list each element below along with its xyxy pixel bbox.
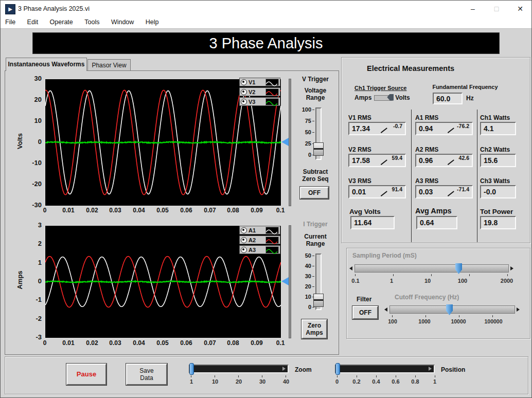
- v2-wave-icon: [265, 88, 279, 96]
- a1-rms-label: A1 RMS: [415, 114, 438, 121]
- volt-trigger-pointer-icon[interactable]: [281, 138, 289, 146]
- amp-xtick: 0.1: [270, 339, 291, 347]
- menu-item-window[interactable]: Window: [107, 17, 138, 28]
- amp-trigger-track[interactable]: [289, 225, 291, 338]
- tab-instantaneous-waveforms[interactable]: Instantaneous Waveforms: [6, 58, 87, 71]
- legend-item-v3[interactable]: V3: [239, 97, 280, 106]
- subtract-zero-seq-button[interactable]: OFF: [300, 187, 329, 199]
- current-range-tick: 50: [299, 252, 311, 259]
- zoom-thumb[interactable]: [189, 363, 194, 375]
- menu-item-help[interactable]: Help: [141, 17, 164, 28]
- zoom-slider[interactable]: [189, 365, 289, 373]
- a3-rms-angle: -71.4: [447, 186, 469, 197]
- pause-button[interactable]: Pause: [66, 364, 107, 385]
- amp-xtick: 0.02: [82, 339, 102, 347]
- cutoff-scale: 100000: [484, 318, 502, 324]
- a2-rms-value: 0.96: [419, 156, 433, 165]
- volt-trigger-track[interactable]: [289, 79, 291, 206]
- filter-off-button[interactable]: OFF: [352, 306, 378, 319]
- tot-power-value: 19.8: [484, 219, 498, 227]
- trigger-source-volts-label[interactable]: Volts: [395, 94, 410, 101]
- subtract-zero-seq-label-1: Subtract: [296, 168, 335, 175]
- a3-radio-icon[interactable]: [241, 247, 247, 253]
- zoom-scale: 40: [283, 378, 289, 385]
- volt-axis-title: Volts: [16, 128, 24, 155]
- avg-amps-value: 0.64: [420, 219, 434, 227]
- volt-xtick: 0.01: [58, 207, 79, 214]
- voltage-range-tick: 100: [299, 106, 311, 113]
- avg-amps-label: Avg Amps: [415, 207, 452, 215]
- current-range-label-2: Range: [296, 240, 335, 247]
- v3-rms-angle: 91.4: [380, 186, 402, 197]
- save-data-button[interactable]: Save Data: [126, 364, 167, 385]
- trigger-source-thumb-icon[interactable]: [387, 94, 394, 101]
- fundamental-frequency-input[interactable]: 60.0: [433, 93, 463, 104]
- minimize-button[interactable]: –: [461, 1, 485, 17]
- save-data-line2: Data: [127, 374, 166, 382]
- v2-rms-angle: 59.4: [380, 155, 402, 166]
- amp-axis-title: Amps: [16, 266, 24, 294]
- zoom-track-arrow-icon: [282, 367, 286, 371]
- a3-rms-label: A3 RMS: [415, 177, 438, 185]
- a3-rms-box: 0.03 -71.4: [415, 185, 473, 198]
- sampling-decrement-icon[interactable]: [349, 266, 352, 270]
- zero-amps-button[interactable]: Zero Amps: [302, 319, 327, 339]
- legend-item-v2[interactable]: V2: [239, 87, 280, 96]
- volt-ytick: 30: [25, 75, 42, 82]
- position-slider[interactable]: [335, 365, 435, 373]
- tot-power-label: Tot Power: [480, 208, 513, 215]
- ch1-watts-box: 4.1: [480, 122, 516, 135]
- ch1-trigger-source-label: Ch1 Trigger Source: [354, 85, 406, 91]
- maximize-button[interactable]: □: [485, 1, 508, 17]
- legend-item-a1[interactable]: A1: [239, 226, 280, 234]
- menu-item-file[interactable]: File: [1, 17, 20, 28]
- legend-item-v1[interactable]: V1: [239, 78, 280, 86]
- amp-xtick: 0: [34, 339, 55, 347]
- cutoff-scale: 1000: [418, 318, 430, 324]
- sampling-increment-icon[interactable]: [510, 266, 513, 270]
- legend-item-a3[interactable]: A3: [239, 245, 280, 254]
- close-button[interactable]: ✕: [508, 1, 532, 17]
- voltage-range-thumb[interactable]: [313, 142, 324, 156]
- save-data-line1: Save: [127, 367, 166, 374]
- amp-trigger-pointer-icon[interactable]: [281, 277, 289, 285]
- tab-phasor-view[interactable]: Phasor View: [87, 59, 131, 71]
- menu-item-tools[interactable]: Tools: [80, 17, 104, 28]
- a1-radio-icon[interactable]: [241, 227, 247, 233]
- labview-window: { "window": { "title": "3 Phase Analysis…: [0, 0, 532, 398]
- v1-radio-icon[interactable]: [241, 79, 247, 85]
- a3-legend-label: A3: [249, 247, 256, 253]
- position-ticks: [337, 375, 436, 377]
- menu-item-operate[interactable]: Operate: [45, 17, 78, 28]
- position-thumb[interactable]: [335, 363, 340, 375]
- column-divider: [411, 110, 412, 242]
- legend-item-a2[interactable]: A2: [239, 236, 280, 244]
- menu-item-edit[interactable]: Edit: [23, 17, 43, 28]
- trigger-source-amps-label[interactable]: Amps: [354, 94, 371, 101]
- window-title: 3 Phase Analysis 2025.vi: [18, 5, 90, 12]
- cutoff-decrement-icon[interactable]: [384, 307, 387, 312]
- volt-xtick: 0.04: [129, 207, 149, 214]
- v3-radio-icon[interactable]: [241, 99, 247, 105]
- v2-radio-icon[interactable]: [241, 89, 247, 95]
- trigger-source-track[interactable]: [374, 95, 393, 101]
- amp-ytick: 3: [25, 222, 42, 229]
- volt-xtick: 0.09: [246, 207, 267, 214]
- ch2-watts-box: 15.6: [480, 154, 516, 167]
- ch3-watts-box: -0.0: [480, 185, 516, 198]
- amp-xtick: 0.05: [152, 339, 173, 347]
- volt-xtick: 0.08: [223, 207, 243, 214]
- v1-legend-label: V1: [249, 79, 255, 85]
- current-range-tick: 0: [299, 304, 311, 310]
- column-divider: [477, 110, 477, 242]
- amp-xtick: 0.03: [105, 339, 126, 347]
- current-range-thumb[interactable]: [313, 294, 324, 307]
- voltage-range-label-2: Range: [296, 94, 335, 101]
- cutoff-increment-icon[interactable]: [517, 307, 520, 312]
- volt-xtick: 0.06: [176, 207, 197, 214]
- page-title: 3 Phase Analysis: [32, 32, 500, 54]
- ch1-trigger-source-switch[interactable]: Amps Volts: [354, 94, 410, 101]
- sampling-period-slider[interactable]: [354, 264, 509, 273]
- sampling-scale: 100: [458, 278, 467, 284]
- a2-radio-icon[interactable]: [241, 237, 247, 243]
